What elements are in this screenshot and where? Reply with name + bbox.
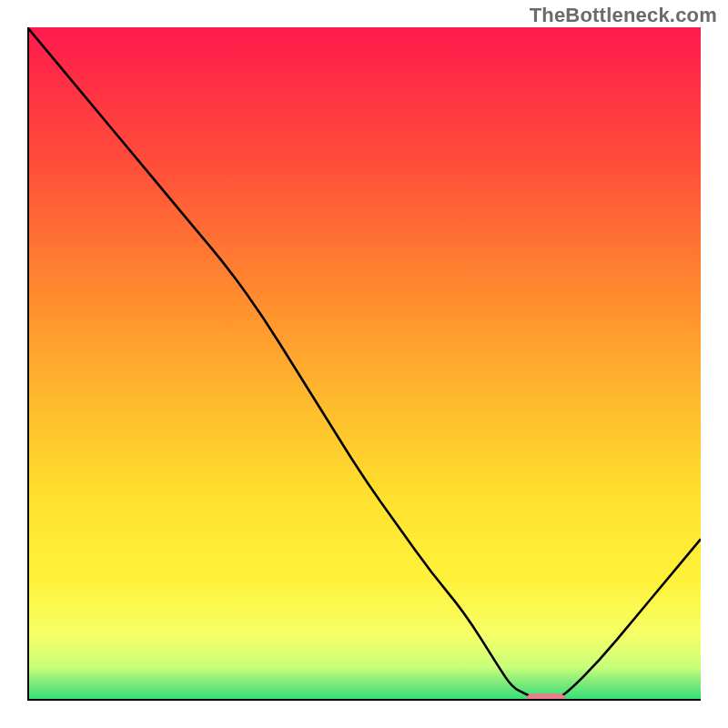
attribution-text: TheBottleneck.com xyxy=(530,4,717,27)
plot-background xyxy=(27,27,701,701)
bottleneck-chart xyxy=(27,27,701,701)
chart-svg xyxy=(27,27,701,701)
